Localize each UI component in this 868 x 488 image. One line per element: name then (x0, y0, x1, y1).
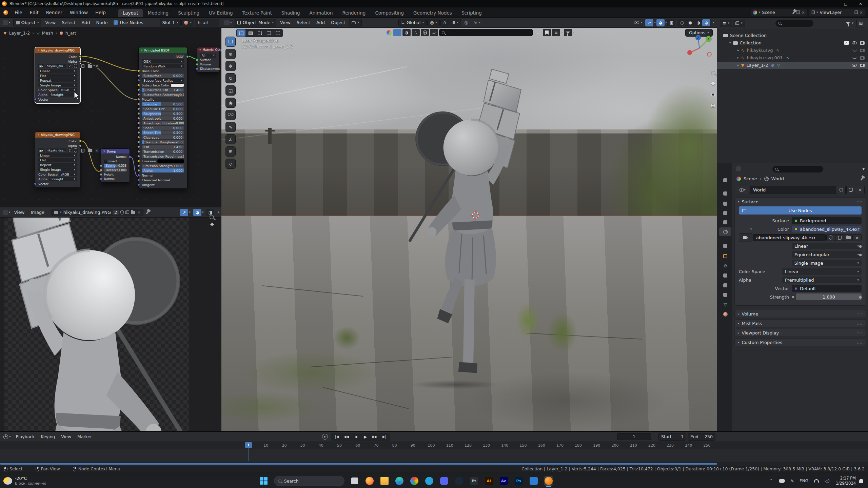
start-button[interactable] (259, 476, 268, 485)
outliner-filter-dropdown[interactable]: ▾ (844, 20, 856, 27)
node-dropdown[interactable]: Single Image▾ (38, 167, 77, 171)
workspace-tab[interactable]: Layout (118, 9, 143, 17)
node-socket[interactable] (137, 145, 140, 148)
node-dropdown[interactable]: Flat▾ (38, 158, 77, 162)
delete-viewlayer-icon[interactable]: × (860, 10, 863, 15)
mode-transfer-dropdown[interactable]: ▾ (349, 19, 362, 26)
menu-item[interactable]: Node (93, 19, 111, 26)
taskbar-app-steam[interactable] (455, 476, 463, 485)
image-texture-node-2[interactable]: ▾hikyaku_drawingPNGColorAlpha▣▾hikyaku_d… (35, 131, 80, 188)
disclosure-triangle[interactable]: ▸ (737, 56, 739, 59)
eye-closed-icon[interactable] (852, 57, 857, 59)
properties-tab-modifiers[interactable]: ⚙ (719, 261, 731, 270)
image-name-field[interactable]: hikyaku_dra... (46, 64, 67, 68)
properties-tab-view-layer[interactable] (719, 209, 731, 218)
node-value-slider[interactable]: Subsurface Anisotropy0.000 (142, 93, 184, 97)
pin-icon[interactable] (146, 210, 149, 214)
camera-icon[interactable] (860, 64, 865, 67)
node-link-field[interactable]: Background (792, 217, 862, 224)
node-socket[interactable] (137, 112, 140, 115)
image-browse-dropdown[interactable]: ▣▾ (38, 64, 44, 68)
taskbar-search-input[interactable]: Search (274, 476, 344, 486)
taskbar-app-ai[interactable]: Ai (485, 476, 493, 485)
jump-to-end-button[interactable]: ▶| (380, 433, 389, 440)
node-socket[interactable] (137, 150, 140, 153)
blender-menu-icon[interactable] (3, 10, 8, 15)
taskbar-app-pt[interactable]: Pt (470, 476, 478, 485)
node-socket[interactable] (137, 136, 140, 139)
node-socket[interactable] (137, 126, 140, 129)
eye-closed-icon[interactable] (852, 49, 857, 52)
tool-rotate[interactable]: ↻ (225, 73, 236, 83)
timeline-scrollbar-handle[interactable] (0, 463, 717, 465)
node-socket[interactable] (79, 55, 82, 58)
taskbar-app-edge[interactable] (395, 476, 404, 485)
frame-end-field[interactable]: End250 (688, 433, 715, 441)
properties-tab-collection[interactable] (719, 242, 731, 250)
camera-icon[interactable] (860, 41, 865, 45)
fake-user-icon[interactable] (826, 234, 835, 241)
node-dropdown[interactable]: Flat▾ (38, 74, 77, 78)
gizmo-toggle-icon[interactable]: ↗ (180, 209, 188, 216)
taskbar-app-code[interactable] (529, 476, 538, 485)
decorator-socket[interactable] (792, 296, 795, 299)
dropdown-field[interactable]: Linear▾ (792, 243, 862, 249)
camera-off-icon[interactable] (860, 49, 865, 52)
unlink-world-icon[interactable]: × (856, 186, 865, 194)
node-link-field[interactable]: abandoned_slipway_4k.exr (792, 226, 862, 232)
modifier-icon[interactable]: ⚙ (771, 63, 775, 68)
node-value-slider[interactable]: Clearcoat Roughness0.030 (142, 140, 184, 144)
node-value-slider[interactable]: Alpha1.000 (142, 168, 184, 172)
node-socket[interactable] (137, 164, 140, 167)
properties-search-input[interactable] (772, 166, 823, 172)
properties-tab-world[interactable] (719, 227, 731, 236)
hikyaku-sculpture[interactable] (405, 68, 531, 389)
animate-dot[interactable]: ● (859, 244, 862, 248)
tool-scale[interactable]: ◱ (225, 85, 236, 96)
outliner-mode-icon[interactable]: ▾ (733, 20, 745, 27)
tool-annotate[interactable]: ✎ (225, 122, 236, 132)
node-socket[interactable] (34, 98, 37, 101)
properties-tab-material[interactable] (719, 310, 731, 319)
disclosure-triangle[interactable]: ▸ (737, 64, 739, 67)
new-collection-button[interactable]: ⊞ (856, 19, 865, 27)
bump-node[interactable]: ▾BumpNormalInvertStrength0.558Distance1.… (101, 148, 130, 183)
snap-toggle[interactable]: ∩ (440, 19, 449, 26)
editor-type-icon[interactable] (736, 166, 741, 171)
workspace-tab[interactable]: UV Editing (204, 9, 237, 17)
new-viewlayer-icon[interactable] (854, 11, 858, 14)
image-canvas[interactable] (4, 218, 189, 431)
pivot-point-dropdown[interactable]: ◎▾ (427, 19, 440, 26)
image-browse-dropdown[interactable]: ▣▾ (38, 148, 44, 152)
shading-solid-button[interactable]: ● (686, 19, 694, 26)
eye-icon[interactable] (852, 64, 857, 67)
select-subtract-button[interactable] (255, 29, 264, 37)
taskbar-app-ps[interactable]: Ps (514, 476, 523, 485)
droplets-icon[interactable]: ∴ (412, 29, 420, 36)
node-socket[interactable] (196, 59, 198, 61)
timeline-ruler[interactable]: 0102030405060708090100110120130140150160… (0, 442, 868, 449)
menu-item[interactable]: File (11, 8, 26, 17)
image-texture-node-1[interactable]: ▾hikyaku_drawingPNGColorAlpha▣▾hikyaku_d… (35, 47, 80, 103)
principled-bsdf-node[interactable]: ▾Principled BSDFBSDFGGX▾Random Walk▾Base… (138, 47, 188, 189)
camera-view-icon[interactable] (709, 90, 717, 99)
node-socket[interactable] (137, 174, 140, 177)
outliner-row[interactable]: ▸∿hikayku.svg∿ (717, 47, 868, 54)
outliner-search-input[interactable] (775, 20, 813, 27)
open-image-icon[interactable] (131, 211, 135, 214)
collections-filter-icon[interactable]: ≡ (552, 29, 560, 36)
workspace-tab[interactable]: Rendering (338, 9, 370, 17)
properties-options-icon[interactable]: ▾ (862, 166, 865, 171)
disclosure-triangle[interactable]: ▸ (737, 49, 739, 52)
material-output-node[interactable]: ▾Material OutputAll▾SurfaceVolumeDisplac… (197, 47, 220, 73)
invert-checkbox[interactable] (104, 160, 107, 163)
material-name-field[interactable]: h_art (195, 19, 219, 26)
pen-icon[interactable]: ✎ (790, 479, 794, 484)
use-nodes-checkbox[interactable]: ✓ Use Nodes (111, 19, 145, 26)
collapse-chevron-icon[interactable]: ⌄ (534, 29, 542, 36)
image-users-count[interactable]: 2 (68, 64, 72, 68)
volume-icon[interactable]: ◁) (825, 479, 830, 484)
taskbar-app-ae[interactable]: Ae (499, 476, 508, 485)
animate-dot[interactable]: ● (859, 295, 862, 299)
node-value-slider[interactable]: Specular Tint0.000 (142, 107, 184, 111)
